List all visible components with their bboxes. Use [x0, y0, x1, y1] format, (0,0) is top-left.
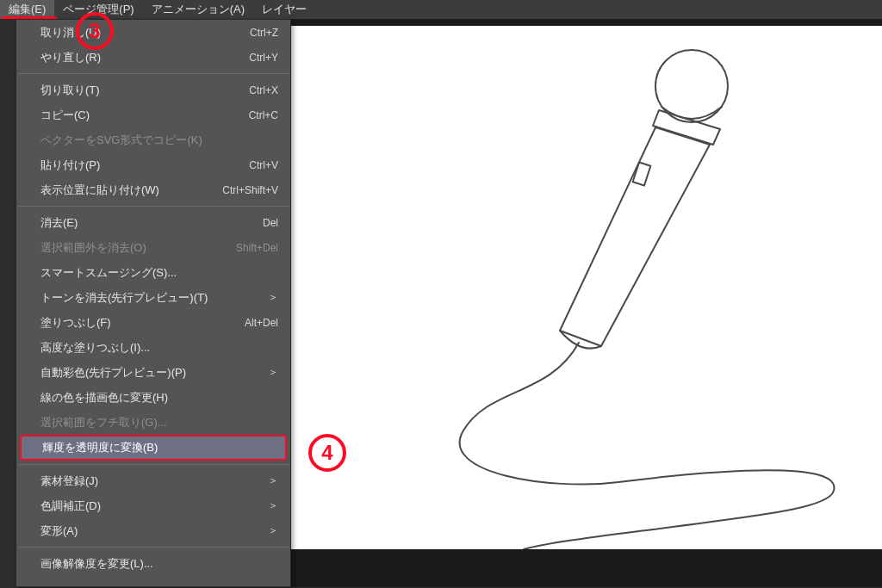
menu-item[interactable]: 変形(A)＞ — [16, 518, 290, 543]
menu-item[interactable]: 切り取り(T)Ctrl+X — [16, 77, 290, 102]
menubar: 編集(E) ページ管理(P) アニメーション(A) レイヤー — [0, 0, 882, 19]
canvas-letterbox-top — [291, 19, 882, 26]
menu-item[interactable]: 塗りつぶし(F)Alt+Del — [16, 310, 290, 335]
menu-item[interactable]: スマートスムージング(S)... — [16, 260, 290, 285]
menu-separator — [18, 206, 289, 207]
menu-item-label: 変形(A) — [40, 523, 268, 539]
menu-item[interactable]: 消去(E)Del — [16, 210, 290, 235]
menu-item-shortcut: Ctrl+C — [249, 109, 278, 121]
menu-item[interactable]: 貼り付け(P)Ctrl+V — [16, 152, 290, 177]
menubar-item-label: 編集(E) — [9, 2, 46, 17]
menu-item[interactable]: トーンを消去(先行プレビュー)(T)＞ — [16, 285, 290, 310]
callout-label: 4 — [321, 441, 332, 465]
callout-badge-3: 3 — [76, 12, 114, 50]
menu-item-label: 線の色を描画色に変更(H) — [40, 390, 278, 405]
menu-item[interactable]: 表示位置に貼り付け(W)Ctrl+Shift+V — [16, 177, 290, 202]
canvas-letterbox-bottom — [291, 549, 882, 587]
menu-item: ベクターをSVG形式でコピー(K) — [16, 127, 290, 152]
menu-item[interactable]: 自動彩色(先行プレビュー)(P)＞ — [16, 360, 290, 385]
menu-item-label: 輝度を透明度に変換(B) — [42, 440, 275, 455]
menu-item-label: やり直し(R) — [40, 50, 249, 65]
menu-item-shortcut: Ctrl+X — [249, 84, 278, 96]
menu-separator — [18, 73, 289, 74]
menu-item-label: 色調補正(D) — [40, 498, 268, 514]
menu-item[interactable]: コピー(C)Ctrl+C — [16, 102, 290, 127]
menubar-item-animation[interactable]: アニメーション(A) — [143, 0, 253, 19]
menu-item: 選択範囲外を消去(O)Shift+Del — [16, 235, 290, 260]
menu-item-label: 消去(E) — [40, 215, 263, 231]
menu-item-label: 取り消し(U) — [40, 25, 250, 40]
menu-item-shortcut: Ctrl+Y — [249, 52, 278, 64]
menu-item-shortcut: Alt+Del — [245, 317, 278, 329]
menu-item-label: コピー(C) — [40, 108, 249, 123]
svg-rect-1 — [633, 162, 651, 185]
microphone-lineart — [291, 26, 882, 549]
menu-item-label: 塗りつぶし(F) — [40, 315, 245, 331]
chevron-right-icon: ＞ — [268, 498, 278, 513]
menu-item-label: 選択範囲をフチ取り(G)... — [40, 415, 278, 430]
menu-item[interactable]: 素材登録(J)＞ — [16, 468, 290, 493]
menu-item-label: 選択範囲外を消去(O) — [40, 240, 236, 256]
menu-item-label: 表示位置に貼り付け(W) — [40, 183, 222, 198]
menu-item[interactable]: 画像解像度を変更(L)... — [16, 551, 290, 576]
menu-separator — [18, 547, 289, 548]
chevron-right-icon: ＞ — [268, 523, 278, 538]
chevron-right-icon: ＞ — [268, 365, 278, 380]
menu-item[interactable]: 線の色を描画色に変更(H) — [16, 385, 290, 410]
menubar-item-label: レイヤー — [262, 2, 307, 17]
menu-item-shortcut: Ctrl+V — [249, 159, 278, 171]
menu-item-label: 高度な塗りつぶし(I)... — [40, 340, 278, 356]
menu-item-label: 貼り付け(P) — [40, 158, 249, 173]
menu-item[interactable]: 取り消し(U)Ctrl+Z — [16, 20, 290, 45]
menu-item-label: 画像解像度を変更(L)... — [40, 556, 278, 572]
menu-item-shortcut: Shift+Del — [236, 242, 278, 254]
callout-badge-4: 4 — [308, 434, 346, 472]
menu-item[interactable]: 色調補正(D)＞ — [16, 493, 290, 518]
menu-item-shortcut: Ctrl+Z — [250, 27, 278, 39]
menu-item-label: トーンを消去(先行プレビュー)(T) — [40, 290, 268, 306]
menu-item-shortcut: Ctrl+Shift+V — [222, 184, 278, 196]
menu-item-label: 素材登録(J) — [40, 473, 268, 489]
menu-item-label: 切り取り(T) — [40, 83, 249, 98]
menubar-item-layer[interactable]: レイヤー — [253, 0, 315, 19]
menu-item[interactable]: 高度な塗りつぶし(I)... — [16, 335, 290, 360]
chevron-right-icon: ＞ — [268, 473, 278, 488]
menubar-item-label: アニメーション(A) — [152, 2, 245, 17]
menu-separator — [18, 464, 289, 465]
menu-item-label: 自動彩色(先行プレビュー)(P) — [40, 365, 268, 381]
edit-menu-dropdown: 取り消し(U)Ctrl+Zやり直し(R)Ctrl+Y切り取り(T)Ctrl+Xコ… — [16, 19, 291, 587]
menu-item[interactable]: 輝度を透明度に変換(B) — [20, 435, 287, 461]
chevron-right-icon: ＞ — [268, 290, 278, 305]
callout-label: 3 — [89, 19, 100, 43]
canvas[interactable] — [291, 26, 882, 549]
svg-point-0 — [655, 50, 728, 122]
menu-item-label: ベクターをSVG形式でコピー(K) — [40, 133, 278, 148]
menu-item-shortcut: Del — [263, 217, 278, 229]
menu-item-label: スマートスムージング(S)... — [40, 265, 278, 281]
menu-item[interactable]: やり直し(R)Ctrl+Y — [16, 45, 290, 70]
menu-item: 選択範囲をフチ取り(G)... — [16, 410, 290, 435]
